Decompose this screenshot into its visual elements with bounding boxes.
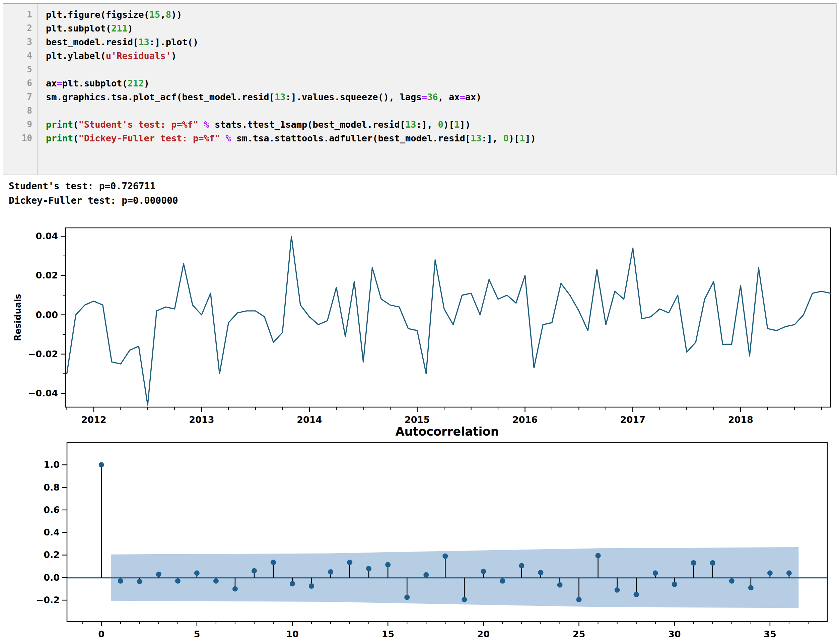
acf-marker	[233, 586, 238, 591]
notebook-page: 12345678910 plt.figure(figsize(15,8))plt…	[0, 0, 840, 641]
acf-marker	[748, 585, 753, 590]
y-tick-label: 0.2	[43, 549, 59, 560]
acf-marker	[557, 582, 563, 588]
acf-marker	[347, 560, 352, 565]
acf-marker	[500, 578, 505, 584]
y-tick-label: 0.0	[43, 572, 59, 583]
acf-marker	[118, 578, 123, 584]
residuals-subplot: 20122013201420152016201720180.040.020.00…	[13, 228, 830, 425]
acf-subplot: 051015202530351.00.80.60.40.20.0−0.2Auto…	[36, 425, 827, 639]
acf-marker	[385, 562, 390, 567]
x-tick-label: 2016	[512, 414, 538, 425]
x-tick-label: 20	[477, 629, 490, 639]
x-tick-label: 15	[381, 629, 394, 639]
x-tick-label: 30	[668, 629, 681, 639]
acf-marker	[99, 462, 104, 467]
acf-marker	[596, 553, 601, 558]
acf-marker	[214, 578, 219, 584]
acf-marker	[653, 570, 658, 576]
acf-marker	[271, 560, 276, 565]
acf-marker	[691, 560, 696, 565]
acf-marker	[252, 568, 257, 573]
x-tick-label: 35	[764, 629, 776, 639]
y-tick-label: 0.00	[35, 309, 58, 320]
acf-marker	[480, 569, 486, 574]
acf-marker	[729, 578, 734, 584]
y-axis-label: Residuals	[13, 294, 23, 341]
residuals-line	[67, 236, 830, 405]
y-tick-label: 1.0	[43, 459, 59, 470]
x-tick-label: 2017	[620, 414, 646, 425]
y-tick-label: 0.6	[43, 505, 59, 515]
x-tick-label: 2014	[297, 414, 322, 425]
y-tick-label: −0.2	[36, 595, 59, 605]
acf-marker	[290, 581, 295, 586]
x-tick-label: 10	[286, 629, 299, 639]
acf-marker	[710, 560, 715, 565]
y-tick-label: −0.02	[28, 349, 58, 359]
matplotlib-figure: 20122013201420152016201720180.040.020.00…	[0, 0, 840, 641]
x-tick-label: 2015	[405, 414, 430, 425]
acf-marker	[519, 563, 524, 568]
acf-marker	[175, 578, 180, 584]
acf-marker	[404, 595, 410, 600]
acf-marker	[442, 554, 448, 559]
acf-marker	[461, 597, 467, 602]
acf-marker	[577, 597, 582, 602]
acf-marker	[423, 572, 429, 577]
plot-frame	[65, 228, 830, 407]
acf-marker	[309, 583, 314, 589]
acf-marker	[767, 570, 773, 576]
x-tick-label: 2012	[81, 414, 106, 425]
acf-title: Autocorrelation	[395, 425, 499, 438]
acf-marker	[615, 587, 620, 593]
x-tick-label: 0	[98, 629, 104, 639]
acf-marker	[194, 570, 200, 576]
y-tick-label: 0.02	[35, 270, 58, 280]
acf-marker	[366, 566, 371, 571]
acf-marker	[786, 570, 792, 576]
y-tick-label: 0.8	[43, 482, 59, 493]
x-tick-label: 25	[573, 629, 585, 639]
acf-marker	[156, 572, 161, 577]
x-tick-label: 5	[194, 629, 200, 639]
y-tick-label: 0.4	[43, 527, 59, 538]
acf-marker	[328, 569, 333, 575]
x-tick-label: 2018	[728, 414, 753, 425]
acf-marker	[672, 582, 677, 587]
x-tick-label: 2013	[189, 414, 214, 425]
y-tick-label: −0.04	[28, 388, 58, 398]
acf-marker	[137, 579, 142, 585]
acf-marker	[538, 570, 543, 575]
acf-marker	[634, 592, 639, 597]
y-tick-label: 0.04	[35, 231, 58, 241]
